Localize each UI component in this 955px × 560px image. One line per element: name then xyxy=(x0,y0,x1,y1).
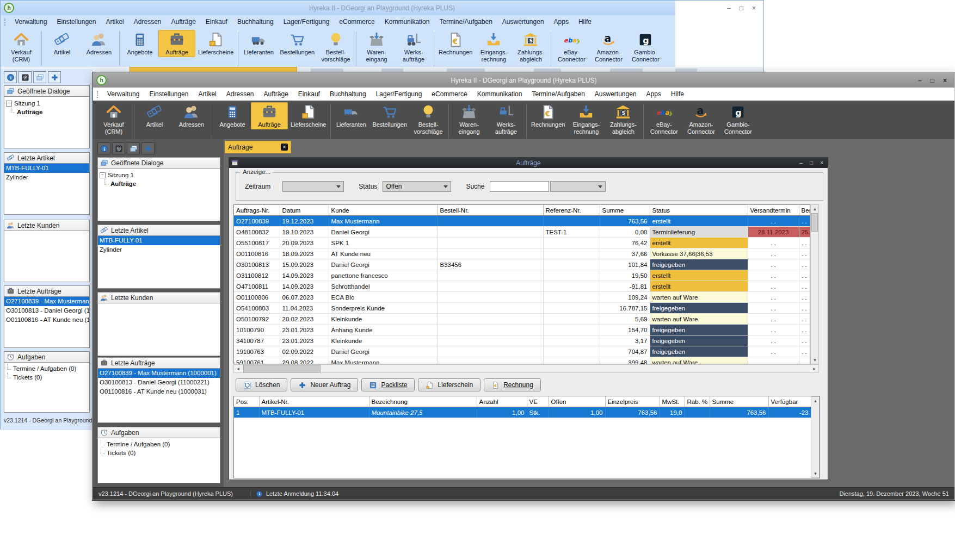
status-select[interactable]: Offen xyxy=(383,181,451,192)
search-input[interactable] xyxy=(490,181,549,192)
order-row[interactable]: 10100790 23.01.2023 Anhang Kunde 154,70 … xyxy=(234,325,810,335)
toolbar-button[interactable]: S Zahlungs-abgleich xyxy=(605,102,642,136)
toolbar-button[interactable]: Artikel xyxy=(136,102,173,129)
toolbar-button[interactable]: Angebote xyxy=(121,30,158,57)
menu-item[interactable]: Adressen xyxy=(221,90,259,98)
column-header[interactable]: Verfügbar xyxy=(768,396,811,407)
menu-item[interactable]: Auswertungen xyxy=(590,90,642,98)
order-row[interactable]: 34100787 23.01.2023 Kleinkunde 3,17 frei… xyxy=(234,335,810,346)
recent-article-item[interactable]: Zylinder xyxy=(4,173,89,182)
scroll-up-icon[interactable]: ▴ xyxy=(811,205,819,213)
order-row[interactable]: O01100806 06.07.2023 ECA Bio 109,24 wart… xyxy=(234,292,810,303)
column-header[interactable]: Pos. xyxy=(234,396,259,407)
toolbar-button[interactable]: Lieferanten xyxy=(240,30,277,57)
recent-order-item[interactable]: O27100839 - Max Mustermann (1000001) xyxy=(4,297,89,306)
task-item[interactable]: Termine / Aufgaben (0) xyxy=(4,364,89,373)
menu-item[interactable]: Einkauf xyxy=(293,90,325,98)
menu-item[interactable]: Verwaltung xyxy=(10,18,52,26)
collapse-icon[interactable]: − xyxy=(100,172,106,178)
toolbar-button[interactable]: Lieferanten xyxy=(332,102,369,129)
toolbar-button[interactable]: a Amazon-Connector xyxy=(682,102,719,136)
menu-item[interactable]: Termine/Aufgaben xyxy=(527,90,589,98)
toolbar-button[interactable]: Lieferscheine xyxy=(195,30,236,57)
column-header[interactable]: Auftrags-Nr. xyxy=(234,205,280,216)
column-header[interactable]: Rab. % xyxy=(685,396,710,407)
tree-dialog-auftraege[interactable]: Aufträge xyxy=(10,108,88,116)
toolbar-button[interactable]: Waren-eingang xyxy=(358,30,395,64)
menu-item[interactable]: Buchhaltung xyxy=(232,18,279,26)
toolbar-button[interactable]: Bestellungen xyxy=(277,30,317,57)
recent-article-item[interactable]: Zylinder xyxy=(98,245,220,254)
menu-item[interactable]: Aufträge xyxy=(258,90,293,98)
column-header[interactable]: MwSt. xyxy=(660,396,685,407)
close-icon[interactable]: × xyxy=(752,4,756,12)
positions-vertical-scrollbar[interactable]: ▴ ▾ xyxy=(811,396,820,478)
toolbar-button[interactable]: € Rechnungen xyxy=(528,102,568,129)
scrollbar-thumb[interactable] xyxy=(243,365,321,372)
menu-item[interactable]: Kommunikation xyxy=(472,90,527,98)
order-row[interactable]: O54100803 11.04.2023 Sonderpreis Kunde 1… xyxy=(234,303,810,314)
search-field-select[interactable] xyxy=(550,181,606,192)
menu-item[interactable]: Artikel xyxy=(193,90,221,98)
toolbar-button[interactable]: Verkauf(CRM) xyxy=(3,30,40,64)
maximize-icon[interactable]: □ xyxy=(931,77,934,84)
scrollbar-thumb[interactable] xyxy=(811,213,818,232)
toolbar-button[interactable]: Werks-aufträge xyxy=(395,30,432,64)
menu-item[interactable]: eCommerce xyxy=(427,90,472,98)
task-item[interactable]: Termine / Aufgaben (0) xyxy=(98,440,220,449)
menu-item[interactable]: Lager/Fertigung xyxy=(279,18,335,26)
recent-order-item[interactable]: O30100813 - Daniel Georgi (11000221) xyxy=(98,378,220,387)
toolbar-button[interactable]: Bestell-vorschläge xyxy=(317,30,354,64)
toolbar-button[interactable]: Eingangs-rechnung xyxy=(568,102,605,136)
column-header[interactable]: Kunde xyxy=(329,205,438,216)
column-header[interactable]: Artikel-Nr. xyxy=(259,396,369,407)
toolbar-button[interactable]: Bestell-vorschläge xyxy=(410,102,447,136)
toolbar-button[interactable]: g Gambio-Connector xyxy=(719,102,756,136)
orders-vertical-scrollbar[interactable]: ▴ ▾ xyxy=(810,204,819,364)
menu-item[interactable]: Auswertungen xyxy=(497,18,549,26)
order-row[interactable]: O50100792 20.02.2023 Kleinkunde 5,69 war… xyxy=(234,314,810,325)
recent-order-item[interactable]: O27100839 - Max Mustermann (1000001) xyxy=(98,369,220,378)
scroll-up-icon[interactable]: ▴ xyxy=(811,397,820,405)
action-button[interactable]: Packliste xyxy=(361,378,415,391)
toolbar-button[interactable]: Angebote xyxy=(214,102,251,129)
recent-order-item[interactable]: O01100816 - AT Kunde neu (1000031) xyxy=(98,387,220,396)
toolbar-button[interactable]: Adressen xyxy=(81,30,118,57)
menu-item[interactable]: Hilfe xyxy=(666,90,689,98)
menu-item[interactable]: Apps xyxy=(549,18,574,26)
scroll-left-icon[interactable]: ◂ xyxy=(234,365,242,372)
maximize-icon[interactable]: □ xyxy=(740,4,743,12)
column-header[interactable]: Bestell-Nr. xyxy=(438,205,543,216)
task-item[interactable]: Tickets (0) xyxy=(4,373,89,382)
column-header[interactable]: Datum xyxy=(280,205,329,216)
menu-item[interactable]: Lager/Fertigung xyxy=(371,90,427,98)
toolbar-button[interactable]: Waren-eingang xyxy=(451,102,488,136)
scroll-down-icon[interactable]: ▾ xyxy=(811,470,820,477)
recent-article-item[interactable]: MTB-FULLY-01 xyxy=(98,236,220,245)
orders-horizontal-scrollbar[interactable]: ◂ ▸ xyxy=(233,364,819,373)
menu-item[interactable]: Buchhaltung xyxy=(325,90,371,98)
menu-item[interactable]: Apps xyxy=(642,90,666,98)
action-button[interactable]: € Rechnung xyxy=(484,378,541,391)
column-header[interactable]: Offen xyxy=(549,396,605,407)
recent-article-item[interactable]: MTB-FULLY-01 xyxy=(4,164,89,173)
tree-session[interactable]: −Sitzung 1 xyxy=(6,99,88,108)
position-row[interactable]: 1 MTB-FULLY-01 Mountainbike 27,5 1,00 St… xyxy=(234,407,811,418)
toolbar-button[interactable]: Werks-aufträge xyxy=(488,102,525,136)
column-header[interactable]: Versandtermin xyxy=(748,205,799,216)
tab-auftraege[interactable]: Aufträge × xyxy=(225,141,291,153)
order-row[interactable]: O47100811 14.09.2023 Schrotthandel -91,8… xyxy=(234,281,810,292)
menu-item[interactable]: Adressen xyxy=(129,18,167,26)
toolbar-button[interactable]: Aufträge xyxy=(251,102,288,129)
menu-item[interactable]: eCommerce xyxy=(334,18,379,26)
order-row[interactable]: 19100763 02.09.2022 Daniel Georgi 704,87… xyxy=(234,346,810,357)
order-row[interactable]: 59100761 29.08.2022 Max Mustermann 399,4… xyxy=(234,357,810,365)
toolbar-button[interactable]: Eingangs-rechnung xyxy=(475,30,512,64)
toolbar-button[interactable]: ebay eBay-Connector xyxy=(645,102,682,136)
toolbar-button[interactable]: Artikel xyxy=(44,30,81,57)
menu-item[interactable]: Verwaltung xyxy=(102,90,144,98)
menu-item[interactable]: Einkauf xyxy=(201,18,232,26)
column-header[interactable]: Anzahl xyxy=(477,396,527,407)
task-item[interactable]: Tickets (0) xyxy=(98,449,220,457)
column-header[interactable]: Status xyxy=(650,205,748,216)
